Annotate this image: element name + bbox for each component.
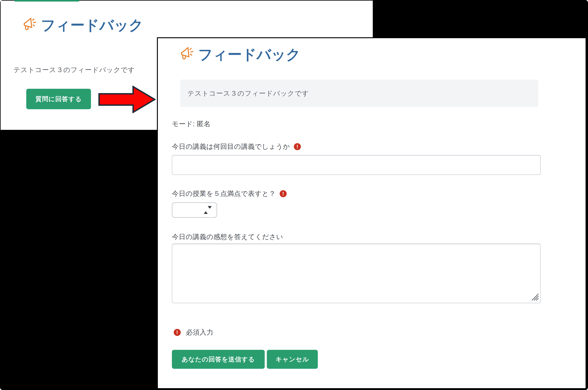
required-icon: ! xyxy=(280,190,287,197)
question-1-label: 今日の講義は何回目の講義でしょうか xyxy=(172,142,290,151)
cancel-button[interactable]: キャンセル xyxy=(267,350,318,369)
select-arrows-icon xyxy=(204,209,212,211)
cropped-green-button-fragment xyxy=(15,0,79,1)
required-legend-text: 必須入力 xyxy=(186,328,213,337)
overview-page-title: フィードバック xyxy=(22,16,143,35)
overview-page-title-text: フィードバック xyxy=(41,16,143,35)
form-page-title: フィードバック xyxy=(179,45,300,64)
submit-answers-button[interactable]: あなたの回答を送信する xyxy=(172,350,265,369)
required-legend-row: ! 必須入力 xyxy=(174,328,213,337)
chevron-down-icon xyxy=(208,206,212,211)
lecture-number-input[interactable] xyxy=(172,155,541,175)
activity-description-text: テストコース３のフィードバックです xyxy=(180,89,309,98)
question-2-label: 今日の授業を５点満点で表すと？ xyxy=(172,189,276,198)
mode-label: モード: 匿名 xyxy=(172,119,211,129)
required-icon: ! xyxy=(294,143,301,150)
resize-handle-icon[interactable] xyxy=(530,292,539,301)
required-icon: ! xyxy=(174,329,181,336)
form-page-title-text: フィードバック xyxy=(198,45,300,64)
answer-questions-button[interactable]: 質問に回答する xyxy=(26,89,91,109)
feedback-form-panel: フィードバック テストコース３のフィードバックです モード: 匿名 今日の講義は… xyxy=(157,37,587,389)
impression-textarea[interactable] xyxy=(172,244,541,303)
question-3-label: 今日の講義の感想を答えてください xyxy=(172,232,283,241)
question-3-label-row: 今日の講義の感想を答えてください xyxy=(172,232,283,241)
impression-textarea-wrap xyxy=(172,244,541,303)
red-arrow-icon xyxy=(98,86,156,113)
megaphone-icon xyxy=(179,45,194,64)
megaphone-icon xyxy=(22,16,37,35)
activity-description-box: テストコース３のフィードバックです xyxy=(180,80,538,107)
chevron-up-icon xyxy=(204,209,208,214)
overview-description: テストコース３のフィードバックです xyxy=(13,65,135,74)
screenshot-canvas: フィードバック テストコース３のフィードバックです 質問に回答する xyxy=(0,0,588,390)
score-select[interactable] xyxy=(172,202,217,218)
question-2-label-row: 今日の授業を５点満点で表すと？ ! xyxy=(172,189,287,198)
question-1-label-row: 今日の講義は何回目の講義でしょうか ! xyxy=(172,142,301,151)
